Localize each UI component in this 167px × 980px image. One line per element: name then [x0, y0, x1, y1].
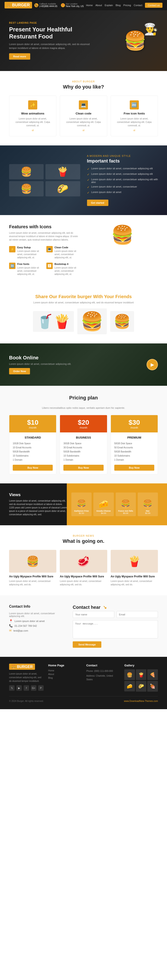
about-card-3: 🔤 Free icon fonts Lorem ipsum dolor sit …	[111, 95, 158, 136]
pricing-header-premium: $30 /month	[111, 415, 158, 433]
hero-burger-image: 🍔	[124, 30, 147, 51]
news-title-3: An Ugly Myspace Profile Will Sure	[111, 575, 158, 578]
review-emoji-3: 🍔	[121, 500, 131, 509]
play-button[interactable]: ▶	[147, 359, 158, 370]
feature-b-2: 30 Email Accounts	[63, 445, 103, 450]
buy-business-button[interactable]: Buy Now	[63, 465, 103, 471]
hero-cta-button[interactable]: Read more	[9, 53, 30, 60]
nav-link-home[interactable]: Home	[86, 4, 93, 6]
nav-link-pricing[interactable]: Pricing	[123, 4, 131, 6]
code-icon: 💻	[79, 100, 88, 110]
card-2-link[interactable]: ut	[63, 129, 103, 132]
footer-link-home[interactable]: Home	[48, 669, 82, 672]
gallery-thumb-3: 🍕	[147, 669, 158, 680]
phone-label: Callback Available	[39, 3, 57, 5]
price-business: $20	[63, 418, 103, 426]
feature-icon-1: ⚡	[9, 246, 16, 252]
share-section: Share Our Favorite burger With Your Frie…	[0, 285, 167, 344]
nav-link-explain[interactable]: Explain	[105, 4, 113, 6]
nav-info: 📞 Callback Available (+00)888.4444.65 📍 …	[34, 3, 84, 8]
footer-link-blog[interactable]: Blog	[48, 677, 82, 679]
facts-cta-button[interactable]: Get started	[87, 200, 109, 206]
contact-info: Contact Info Lorem ipsum dolor sit amet,…	[9, 605, 66, 648]
fact-4-text: Lorem ipsum dolor sit amet, consectetuer	[91, 185, 137, 188]
buy-standard-button[interactable]: Buy Now	[13, 465, 53, 471]
pricing-card-premium: $30 /month PREMIUM 50GB Disk Space 50 Em…	[111, 415, 158, 474]
review-name-1: Garbanzo Frizz	[74, 510, 89, 512]
nav-link-contact[interactable]: Contact	[134, 4, 142, 6]
navigation: BURGER 📞 Callback Available (+00)888.444…	[0, 0, 167, 10]
feature-3: 🔤 Free fonts Lorem ipsum dolor sit amet,…	[9, 262, 43, 276]
facts-images: 🍔 🍟 🍔 🌮	[9, 164, 80, 196]
contact-button[interactable]: Contact us	[145, 3, 162, 8]
card-1-link[interactable]: ut	[13, 129, 53, 132]
features-section: Features with Icons Lorem ipsum dolor si…	[0, 215, 167, 285]
fact-5-text: Lorem ipsum dolor sit amet	[91, 191, 121, 193]
reviews-section: Views Lorem ipsum dolor sit amet, consec…	[0, 484, 167, 525]
reviews-description: Lorem ipsum dolor sit amet, consectetuer…	[9, 499, 67, 516]
arrow-decoration: ↘	[103, 605, 107, 610]
contact-email: test@pp.com	[13, 629, 28, 632]
social-pinterest[interactable]: P	[38, 685, 44, 691]
footer-contact-col: Contact Phone: (000) 111-000-000 Address…	[86, 663, 120, 691]
nav-logo[interactable]: BURGER	[5, 2, 32, 8]
card-3-title: Free icon fonts	[114, 112, 154, 115]
buy-premium-button[interactable]: Buy Now	[114, 465, 154, 471]
about-card-1: ✨ Wow animations Lorem ipsum dolor sit a…	[9, 95, 56, 136]
features-description: Lorem ipsum dolor sit amet, consectetuer…	[9, 231, 80, 242]
send-message-button[interactable]: Send Message	[73, 641, 101, 648]
feature-text-3: Free fonts Lorem ipsum dolor sit amet, c…	[17, 262, 43, 276]
check-icon-4: ✓	[87, 186, 90, 189]
message-textarea[interactable]	[73, 620, 158, 638]
news-title-2: An Ugly Myspace Profile Will Sure	[60, 575, 107, 578]
feature-icon-2: 💻	[46, 246, 53, 252]
share-img-3: 🍔	[110, 311, 134, 332]
social-twitter[interactable]: 𝕏	[9, 685, 14, 691]
news-card-2: 🥩 An Ugly Myspace Profile Will Sure Lore…	[60, 550, 107, 586]
reviews-images: 🍔 Garbanzo Frizz $2.50 🧀 Gouda Cheese $4…	[71, 493, 158, 516]
check-icon-1: ✓	[87, 167, 90, 171]
fact-5: ✓ Lorem ipsum dolor sit amet	[87, 191, 158, 194]
email-input[interactable]	[117, 611, 158, 618]
card-3-link[interactable]: ut	[114, 129, 154, 132]
footer-credit-link[interactable]: www.DownloadNew-Themes.com	[124, 700, 158, 702]
feature-p-3: 50GB Bandwidth	[114, 450, 154, 454]
check-icon-3: ✓	[87, 178, 90, 181]
review-emoji-2: 🧀	[99, 500, 109, 509]
footer-gallery-col: Gallery 🍔 🍟 🍕 🧀 🌮 🍖	[124, 663, 158, 691]
feature-2: 💻 Clean Code Lorem ipsum dolor sit amet,…	[46, 246, 80, 259]
social-youtube[interactable]: ▶	[16, 685, 22, 691]
tier-premium: PREMIUM	[114, 436, 154, 439]
nav-link-about[interactable]: About	[95, 4, 102, 6]
card-1-desc: Lorem ipsum dolor sit amet, consectetuer…	[13, 117, 53, 127]
features-business: 30GB Disk Space 30 Email Accounts 50GB B…	[63, 442, 103, 462]
book-cta-button[interactable]: Order Now	[9, 368, 30, 374]
feature-p-5: 1 Domain	[114, 458, 154, 462]
news-desc-2: Lorem ipsum dolor sit amet, consectetuer…	[60, 579, 107, 586]
about-cards: ✨ Wow animations Lorem ipsum dolor sit a…	[9, 95, 158, 136]
phone-number: (+00)888.4444.65	[39, 5, 57, 8]
social-googleplus[interactable]: G+	[31, 685, 36, 691]
pricing-cards: $10 /month STANDARD 10GB Disk Space 10 E…	[9, 415, 158, 474]
fact-2: ✓ Lorem ipsum dolor sit amet, consectetu…	[87, 172, 158, 176]
facts-section: 🍔 🍟 🍔 🌮 A modern and unique style Import…	[0, 145, 167, 215]
feature-1-title: Easy Sulup	[17, 246, 43, 249]
share-img-1: 🥤🍟	[33, 311, 74, 332]
tier-standard: STANDARD	[13, 436, 53, 439]
news-desc-3: Lorem ipsum dolor sit amet, consectetuer…	[111, 579, 158, 586]
card-2-title: Clean code	[63, 112, 103, 115]
fact-1-text: Lorem ipsum dolor sit amet, consectetuer…	[91, 167, 153, 170]
facts-img-1: 🍔	[9, 164, 44, 179]
hero-image: 🍔 👨‍🍳	[112, 22, 158, 59]
features-premium: 50GB Disk Space 50 Email Accounts 50GB B…	[114, 442, 154, 462]
footer-link-about[interactable]: About	[48, 673, 82, 676]
facts-img-2: 🍟	[46, 164, 80, 179]
price-premium: $30	[114, 418, 154, 426]
footer-brand-col: 🍔 BURGER Lorem ipsum dolor sit amet, con…	[9, 663, 44, 691]
social-facebook[interactable]: f	[24, 685, 29, 691]
nav-link-blog[interactable]: Blog	[116, 4, 121, 6]
name-input[interactable]	[73, 611, 114, 618]
location-info: 📍 Our Location New York city, US	[61, 3, 84, 8]
footer-phone-contact: Phone: (000) 111-000-000	[86, 669, 120, 673]
fact-4: ✓ Lorem ipsum dolor sit amet, consectetu…	[87, 185, 158, 189]
